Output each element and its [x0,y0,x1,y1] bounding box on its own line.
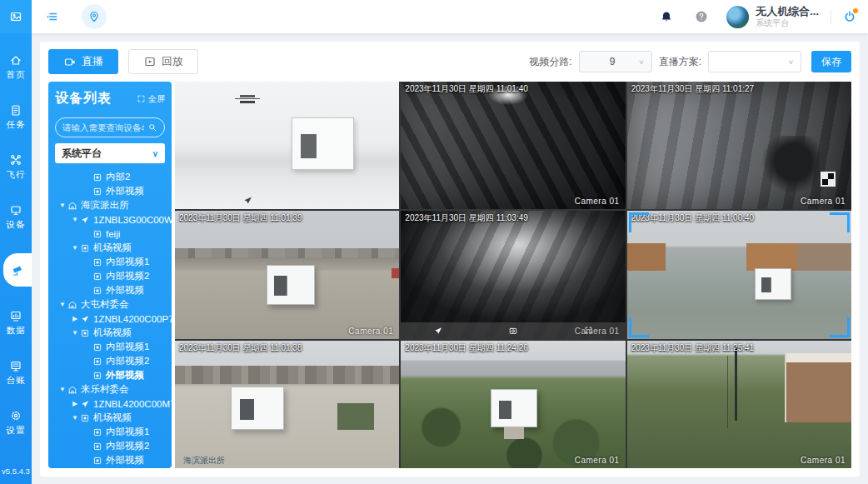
video-icon [92,286,102,296]
video-timestamp: 2023年11月30日 星期四 11:01:40 [405,83,528,95]
search-icon[interactable] [147,122,157,132]
tree-item-内部2[interactable]: 内部2 [48,170,172,184]
split-screen-value: 9 [586,56,639,67]
video-cell-8[interactable]: 2023年11月30日 星期四 11:24:26Camera 01 [401,341,625,468]
caret-down-icon[interactable]: ▼ [71,216,79,223]
tree-item-机场视频[interactable]: ▼机场视频 [48,241,172,255]
tree-item-label: 外部视频 [106,369,144,382]
tree-item-1ZNBL4200C00M7[interactable]: ▶1ZNBL4200C00M7 [48,397,172,411]
caret-down-icon[interactable]: ▼ [58,301,67,308]
tree-item-1ZNBL4200C00P7[interactable]: ▶1ZNBL4200C00P7 [48,312,172,326]
tree-item-外部视频[interactable]: 外部视频 [48,283,172,297]
tree-item-label: 内部视频1 [106,426,149,438]
caret-down-icon[interactable]: ▼ [71,414,79,422]
video-cell-3[interactable]: 2023年11月30日 星期四 11:01:27Camera 01 [627,82,851,209]
caret-down-icon[interactable]: ▼ [58,386,67,393]
location-pin-icon[interactable] [82,4,107,29]
snapshot-icon[interactable] [508,326,518,336]
video-icon [92,342,102,352]
help-icon[interactable] [695,10,708,23]
video-cell-2[interactable]: 2023年11月30日 星期四 11:01:40Camera 01 [401,82,625,209]
caret-right-icon[interactable]: ▶ [71,315,79,322]
sidebar-item-label: 飞行 [7,169,26,181]
video-cell-5[interactable]: 2023年11月30日 星期四 11:03:49Camera 01 [401,211,625,338]
video-cell-9[interactable]: 2023年11月30日 星期四 11:25:41Camera 01 [627,341,851,468]
tree-item-内部视频1[interactable]: 内部视频1 [48,255,172,269]
platform-select-value: 系统平台 [62,147,102,161]
sidebar-item-飞行[interactable]: 飞行 [0,153,32,181]
video-icon [80,328,90,338]
send-drone-icon[interactable] [242,195,253,206]
tree-item-内部视频1[interactable]: 内部视频1 [48,425,172,439]
sidebar-item-首页[interactable]: 首页 [0,53,32,81]
sidebar-item-数据[interactable]: 数据 [0,309,32,337]
tab-live[interactable]: 直播 [48,49,118,74]
sidebar-item-任务[interactable]: 任务 [0,103,32,131]
tree-item-label: 1ZNBL3G00C00WR [93,215,172,225]
video-cell-6[interactable]: 2023年11月30日 星期四 11:00:40 [627,211,851,338]
app-logo [0,0,32,33]
tree-item-feiji[interactable]: feiji [48,227,172,241]
tree-item-label: 内部视频1 [106,341,149,353]
sidebar-item-monitor[interactable] [3,253,32,287]
caret-down-icon[interactable]: ▼ [58,202,67,209]
logout-power-icon[interactable] [843,10,856,23]
notification-bell-icon[interactable] [660,10,673,23]
fullscreen-button[interactable]: 全屏 [137,93,165,105]
video-icon [92,427,102,437]
video-cell-4[interactable]: 2023年11月30日 星期四 11:01:39Camera 01 [175,211,399,338]
video-timestamp: 2023年11月30日 星期四 11:01:39 [179,212,302,224]
sidebar-item-label: 设置 [7,425,26,437]
caret-right-icon[interactable]: ▶ [71,400,79,407]
tree-item-大屯村委会[interactable]: ▼大屯村委会 [48,297,172,312]
expand-icon[interactable] [584,326,593,335]
sidebar-item-设备[interactable]: 设备 [0,203,32,231]
tree-item-内部视频2[interactable]: 内部视频2 [48,354,172,368]
fullscreen-label: 全屏 [148,93,165,105]
user-avatar[interactable] [726,6,749,28]
tree-item-外部视频[interactable]: 外部视频 [48,184,172,198]
camera-label: Camera 01 [348,327,393,336]
collapse-menu-icon[interactable] [45,10,58,23]
live-plan-label: 直播方案: [659,55,701,69]
tree-item-1ZNBL3G00C00WR[interactable]: ▼1ZNBL3G00C00WR [48,212,172,227]
video-cell-7[interactable]: 2023年11月30日 星期四 11:01:38海滨派出所 [175,341,399,468]
top-header: 无人机综合... 系统平台 [32,0,868,33]
tree-item-label: 1ZNBL4200C00P7 [93,314,172,324]
save-button[interactable]: 保存 [811,51,851,72]
chevron-down-icon: ∨ [638,58,644,66]
tree-item-机场视频[interactable]: ▼机场视频 [48,326,172,340]
task-icon [9,103,22,117]
sidebar-item-台账[interactable]: 台账 [0,359,32,387]
caret-down-icon[interactable]: ▼ [71,244,79,252]
tab-playback[interactable]: 回放 [128,49,198,74]
live-plan-select[interactable]: ∨ [708,51,801,72]
send-drone-icon[interactable] [433,326,443,336]
device-panel-title: 设备列表 [55,90,112,107]
tree-item-苏村村委会[interactable]: ▼苏村村委会 [48,467,172,468]
sidebar-item-设置[interactable]: 设置 [0,409,32,437]
platform-select[interactable]: 系统平台 ∨ [55,143,165,163]
tree-item-内部视频2[interactable]: 内部视频2 [48,269,172,283]
tree-item-label: 外部视频 [106,185,144,197]
tree-item-外部视频[interactable]: 外部视频 [48,368,172,382]
org-icon [67,300,77,310]
tree-item-label: 机场视频 [93,412,132,424]
tree-item-label: 海滨派出所 [81,199,129,212]
video-icon [92,456,102,466]
tree-item-内部视频2[interactable]: 内部视频2 [48,439,172,453]
sidebar-item-label: 设备 [7,219,26,231]
video-watermark: 海滨派出所 [183,455,225,467]
device-search-input[interactable] [62,122,144,132]
tree-item-label: 内部视频2 [106,355,149,367]
tree-item-内部视频1[interactable]: 内部视频1 [48,340,172,354]
split-screen-select[interactable]: 9 ∨ [579,51,652,72]
video-cell-1[interactable] [175,82,399,209]
caret-down-icon[interactable]: ▼ [71,329,79,337]
header-divider [831,9,831,24]
tree-item-机场视频[interactable]: ▼机场视频 [48,411,172,425]
tree-item-来乐村委会[interactable]: ▼来乐村委会 [48,382,172,397]
tree-item-海滨派出所[interactable]: ▼海滨派出所 [48,198,172,212]
video-timestamp: 2023年11月30日 星期四 11:24:26 [405,342,528,354]
tree-item-外部视频[interactable]: 外部视频 [48,453,172,467]
